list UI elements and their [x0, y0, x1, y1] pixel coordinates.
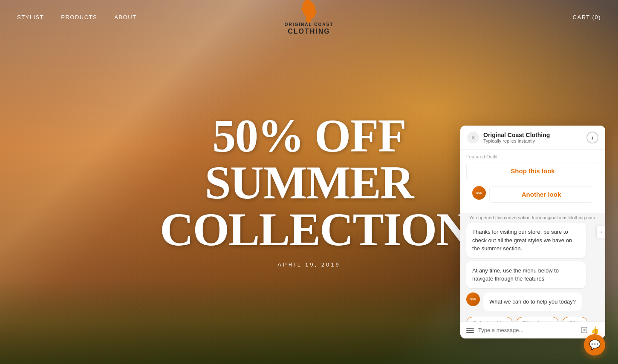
shop-look-button[interactable]: Shop this look — [466, 163, 599, 179]
nav-about[interactable]: ABOUT — [114, 14, 136, 20]
chat-input-area: 🖼 👍 — [460, 321, 605, 338]
cart-link[interactable]: CART (0) — [573, 14, 601, 20]
chat-input-actions: 🖼 👍 — [580, 326, 599, 334]
chat-bubble-3: What we can do to help you today? — [483, 292, 582, 311]
hero-date: APRIL 19, 2019 — [160, 261, 458, 267]
hero-content: 50% OFF SUMMER COLLECTION APRIL 19, 2019 — [160, 112, 458, 267]
image-upload-icon[interactable]: 🖼 — [580, 327, 587, 334]
featured-section: Featured Outfit Shop this look OCC Anoth… — [460, 150, 605, 213]
chat-avatar: OCC — [472, 186, 486, 200]
avatar-row: OCC Another look — [466, 182, 599, 207]
like-icon[interactable]: 👍 — [591, 326, 599, 334]
menu-icon[interactable] — [466, 328, 474, 333]
chat-bubble-with-avatar: OCC What we can do to help you today? — [460, 292, 605, 315]
messenger-icon: 💬 — [589, 339, 601, 350]
nav-stylist[interactable]: STYLIST — [17, 14, 44, 20]
nav-products[interactable]: PRODUCTS — [61, 14, 97, 20]
opened-conversation-notice: You opened this conversation from origin… — [460, 213, 605, 223]
avatar-logo-2: OCC — [466, 292, 480, 306]
quick-reply-other[interactable]: Other — [562, 317, 588, 321]
nav-left: STYLIST PRODUCTS ABOUT — [17, 14, 137, 20]
nav-logo[interactable]: ORIGINAL COAST CLOTHING — [285, 0, 333, 36]
chat-bubble-1: Thanks for visiting our store, be sure t… — [466, 223, 586, 258]
another-look-button[interactable]: Another look — [489, 186, 593, 203]
chat-message-input[interactable] — [478, 327, 576, 333]
chat-avatar-2: OCC — [466, 292, 480, 306]
chat-header: × Original Coast Clothing Typically repl… — [460, 126, 605, 150]
chat-info-button[interactable]: i — [586, 132, 598, 143]
quick-reply-order-inquiries[interactable]: Order Inquiries — [466, 317, 513, 321]
chat-messages: Thanks for visiting our store, be sure t… — [460, 223, 605, 292]
quick-replies: Order Inquiries Billing Issues Other — [460, 314, 605, 321]
chat-expand-arrow[interactable]: › — [597, 226, 605, 238]
featured-label: Featured Outfit — [466, 154, 599, 159]
chat-brand-info: Original Coast Clothing Typically replie… — [483, 132, 550, 143]
messenger-fab-button[interactable]: 💬 — [584, 334, 605, 355]
chat-brand-name: Original Coast Clothing — [483, 132, 550, 138]
chat-bubble-2: At any time, use the menu below to navig… — [466, 261, 586, 288]
logo-text: ORIGINAL COAST CLOTHING — [285, 22, 333, 36]
navbar: STYLIST PRODUCTS ABOUT ORIGINAL COAST CL… — [0, 0, 618, 34]
chat-body: Featured Outfit Shop this look OCC Anoth… — [460, 150, 605, 321]
hero-title: 50% OFF SUMMER COLLECTION — [160, 112, 458, 252]
chat-widget: × Original Coast Clothing Typically repl… — [460, 126, 605, 338]
quick-reply-billing-issues[interactable]: Billing Issues — [516, 317, 559, 321]
chat-header-left: × Original Coast Clothing Typically repl… — [467, 132, 550, 143]
avatar-logo: OCC — [472, 186, 486, 200]
chat-brand-status: Typically replies instantly — [483, 138, 550, 143]
chat-close-button[interactable]: × — [467, 132, 479, 143]
